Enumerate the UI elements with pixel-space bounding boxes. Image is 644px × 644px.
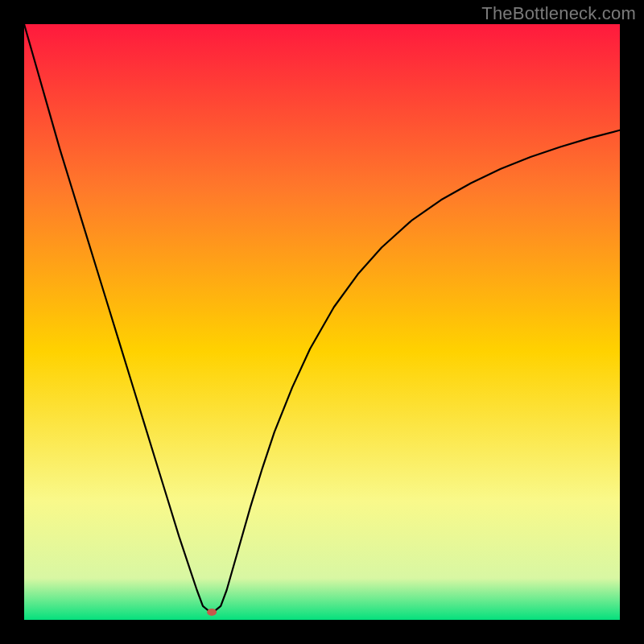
watermark-text: TheBottleneck.com [481, 3, 636, 24]
chart-svg [24, 24, 620, 620]
plot-area [24, 24, 620, 620]
chart-frame: TheBottleneck.com [0, 0, 644, 644]
minimum-marker [207, 609, 217, 616]
